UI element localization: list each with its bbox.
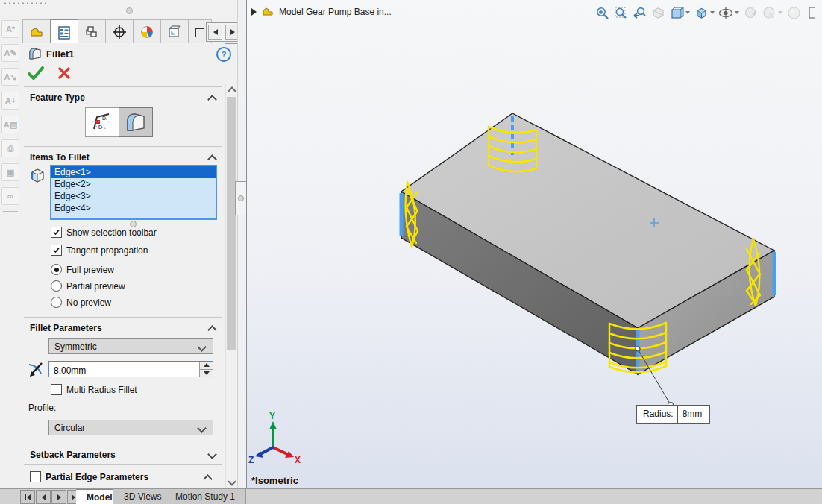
property-manager-panel: Fillet1 ? Feature Type D D xyxy=(21,43,225,488)
feature-type-header[interactable]: Feature Type xyxy=(30,92,85,103)
propertymanager-tab[interactable] xyxy=(50,19,78,45)
profile-label: Profile: xyxy=(28,403,56,413)
tangent-propagation-row[interactable]: Tangent propagation xyxy=(51,245,148,256)
left-arrow-icon xyxy=(213,29,218,35)
fillet-xpert-icon: D D xyxy=(90,111,115,133)
manual-fillet-icon xyxy=(123,111,148,133)
annotation-toolbar: A* A✎ A↘ A+ A▤ ⎙ ▣ ∞ xyxy=(0,16,21,488)
dimxpertmanager-tab[interactable] xyxy=(105,19,134,44)
annotation-add-icon[interactable]: A+ xyxy=(1,92,19,110)
scroll-down-button[interactable] xyxy=(226,476,238,488)
cam-manager-tab[interactable] xyxy=(160,19,189,44)
display-sphere-icon xyxy=(140,25,154,39)
radius-callout: Radius: 8mm xyxy=(636,405,710,424)
previous-tab-button[interactable] xyxy=(36,490,51,504)
manual-fillet-button[interactable] xyxy=(119,107,153,137)
cancel-button[interactable] xyxy=(57,66,72,81)
checkbox-checked-icon[interactable] xyxy=(51,227,62,238)
toolbar-drag-handle[interactable] xyxy=(3,1,48,5)
graphics-viewport[interactable]: Model Gear Pump Base in... xyxy=(246,0,822,488)
list-item[interactable]: Edge<1> xyxy=(51,166,216,178)
no-preview-row[interactable]: No preview xyxy=(51,297,111,308)
radius-input-wrap xyxy=(48,361,213,377)
list-item[interactable]: Edge<3> xyxy=(51,190,216,202)
tab-scroll-left-button[interactable] xyxy=(208,25,222,40)
chain-link-icon[interactable]: ∞ xyxy=(1,187,19,205)
scroll-up-button[interactable] xyxy=(226,84,238,95)
radio-icon[interactable] xyxy=(51,297,62,308)
chevron-down-icon xyxy=(197,423,207,433)
tab-scroll-control xyxy=(206,22,242,42)
multi-radius-row[interactable]: Multi Radius Fillet xyxy=(51,384,137,395)
full-preview-row[interactable]: Full preview xyxy=(51,264,114,275)
print-annotation-icon[interactable]: ⎙ xyxy=(1,139,19,157)
checkbox-checked-icon[interactable] xyxy=(51,245,62,256)
annotation-new-icon[interactable]: A* xyxy=(1,20,19,38)
list-item[interactable]: Edge<2> xyxy=(51,178,216,190)
help-icon[interactable]: ? xyxy=(216,47,231,62)
fillet-xpert-button[interactable]: D D xyxy=(85,107,119,137)
triad-x-label: X xyxy=(295,455,301,465)
cam-cube-icon xyxy=(168,25,181,39)
fillet-feature-icon xyxy=(27,46,43,61)
divider xyxy=(24,444,222,444)
panel-collapse-dot[interactable] xyxy=(126,7,133,14)
partial-edge-row[interactable]: Partial Edge Parameters xyxy=(30,471,148,482)
expand-chevron-icon[interactable] xyxy=(207,450,217,459)
profile-dropdown[interactable]: Circular xyxy=(48,420,213,435)
panel-scrollbar[interactable] xyxy=(225,84,238,488)
collapse-chevron-icon[interactable] xyxy=(207,325,217,335)
manager-tab-bar xyxy=(21,16,246,44)
collapse-chevron-icon[interactable] xyxy=(207,154,217,164)
dropdown-value: Symmetric xyxy=(54,341,97,352)
annotation-frame-icon[interactable]: ▣ xyxy=(1,163,19,181)
checkbox-icon[interactable] xyxy=(30,471,41,482)
collapse-chevron-icon[interactable] xyxy=(207,95,217,104)
annotation-edit-icon[interactable]: A✎ xyxy=(1,44,19,62)
annotation-export-icon[interactable]: A↘ xyxy=(1,68,19,86)
edge-selection-list[interactable]: Edge<1> Edge<2> Edge<3> Edge<4> xyxy=(50,165,217,220)
setback-parameters-header[interactable]: Setback Parameters xyxy=(30,450,116,460)
tab-3d-views[interactable]: 3D Views xyxy=(113,489,172,504)
list-item[interactable]: Edge<4> xyxy=(51,202,216,214)
spin-down-button[interactable] xyxy=(200,370,213,377)
svg-text:D: D xyxy=(98,125,102,130)
feature-title: Fillet1 xyxy=(46,48,75,60)
radius-input[interactable] xyxy=(49,362,200,378)
next-tab-button[interactable] xyxy=(51,490,66,504)
configuration-icon xyxy=(85,25,98,39)
radius-icon xyxy=(27,362,45,378)
edge-selection-icon xyxy=(29,167,46,183)
first-tab-button[interactable] xyxy=(20,490,35,504)
partial-preview-row[interactable]: Partial preview xyxy=(51,280,125,292)
show-selection-toolbar-row[interactable]: Show selection toolbar xyxy=(51,227,157,238)
radio-label: Partial preview xyxy=(66,281,125,292)
tab-navigation xyxy=(20,490,82,504)
radio-selected-icon[interactable] xyxy=(51,264,62,275)
propertymanager-icon xyxy=(57,26,71,40)
corner-icon xyxy=(194,26,206,38)
annotation-group-icon[interactable]: A▤ xyxy=(1,116,19,133)
leader-anchor-icon[interactable] xyxy=(636,347,640,351)
tab-motion-study-1[interactable]: Motion Study 1 xyxy=(165,489,246,504)
scrollbar-thumb[interactable] xyxy=(227,97,236,350)
svg-text:D: D xyxy=(102,116,106,121)
symmetry-dropdown[interactable]: Symmetric xyxy=(48,338,213,354)
reference-triad: Y X Z xyxy=(248,411,301,465)
ok-button[interactable] xyxy=(27,66,45,81)
rail-separator xyxy=(3,211,18,212)
radio-icon[interactable] xyxy=(51,280,62,292)
spin-up-button[interactable] xyxy=(200,362,213,370)
divider xyxy=(24,464,222,465)
items-to-fillet-header[interactable]: Items To Fillet xyxy=(30,152,90,163)
model-canvas[interactable]: Y X Z xyxy=(247,0,822,488)
triad-z-label: Z xyxy=(248,455,254,465)
checkbox-icon[interactable] xyxy=(51,384,62,395)
collapse-chevron-icon[interactable] xyxy=(203,474,213,484)
callout-value[interactable]: 8mm xyxy=(677,406,710,423)
featuremanager-tree-tab[interactable] xyxy=(22,19,51,44)
displaymanager-tab[interactable] xyxy=(133,19,161,44)
configurationmanager-tab[interactable] xyxy=(78,19,106,44)
splitter-handle[interactable] xyxy=(235,181,247,215)
fillet-parameters-header[interactable]: Fillet Parameters xyxy=(30,323,102,333)
